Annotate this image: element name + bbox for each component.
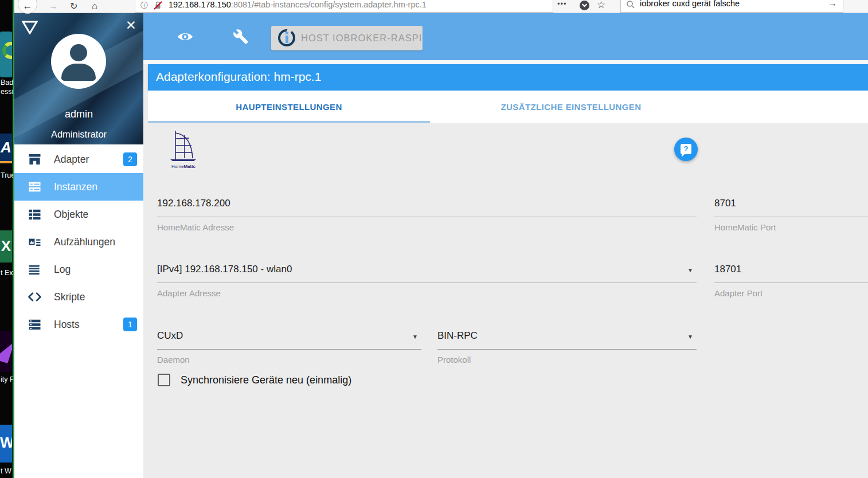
instances-icon bbox=[27, 181, 42, 193]
dialog-title-bar: Adapterkonfiguration: hm-rpc.1 bbox=[148, 64, 868, 91]
sidebar-item-label: Aufzählungen bbox=[54, 236, 115, 248]
sidebar-item-log[interactable]: Log bbox=[14, 256, 143, 283]
homematic-port-label: HomeMatic Port bbox=[714, 222, 868, 232]
avatar bbox=[51, 34, 106, 89]
code-icon bbox=[27, 291, 42, 303]
sidebar-item-hosts[interactable]: Hosts 1 bbox=[14, 311, 143, 338]
sync-arrows-glyph bbox=[2, 42, 12, 59]
protocol-value: BIN-RPC bbox=[437, 330, 697, 350]
sidebar-item-label: Objekte bbox=[54, 209, 88, 221]
pocket-icon[interactable] bbox=[580, 1, 589, 10]
homematic-address-field: HomeMatic Adresse bbox=[157, 198, 697, 232]
active-tab-indicator bbox=[148, 121, 430, 123]
homematic-address-label: HomeMatic Adresse bbox=[157, 222, 697, 232]
homematic-caption: HomeMatic bbox=[167, 164, 200, 169]
iobroker-logo-icon bbox=[278, 29, 295, 46]
adapter-count-badge: 2 bbox=[123, 152, 137, 166]
search-go-icon[interactable]: → bbox=[828, 0, 837, 9]
bookmark-star-icon[interactable]: ☆ bbox=[597, 0, 605, 11]
search-bar[interactable]: → bbox=[620, 0, 843, 13]
user-role: Administrator bbox=[14, 129, 143, 140]
sidebar-item-instanzen[interactable]: Instanzen bbox=[14, 173, 143, 201]
sidebar-item-skripte[interactable]: Skripte bbox=[14, 283, 143, 311]
insecure-lock-icon bbox=[154, 1, 162, 10]
help-button[interactable]: ? bbox=[674, 138, 698, 161]
url-bar[interactable]: ⓘ 192.168.178.150:8081/#tab-instances/co… bbox=[135, 0, 553, 13]
word-app-icon[interactable]: W bbox=[0, 425, 12, 463]
chevron-down-icon: ▼ bbox=[412, 334, 418, 340]
dialog-title: Adapterkonfiguration: hm-rpc.1 bbox=[156, 70, 321, 84]
daemon-value: CUxD bbox=[157, 330, 421, 350]
forward-button[interactable]: → bbox=[49, 0, 58, 13]
sidebar-header: ✕ admin Administrator bbox=[14, 13, 143, 144]
sidebar-item-label: Adapter bbox=[54, 154, 89, 166]
main-area: HOST IOBROKER-RASPI Adapterkonfiguration… bbox=[143, 13, 868, 478]
tab-bar: HAUPTEINSTELLUNGEN ZUSÄTZLICHE EINSTELLU… bbox=[148, 91, 868, 123]
sync-devices-label: Synchronisiere Geräte neu (einmalig) bbox=[181, 374, 351, 386]
url-text: 192.168.178.150:8081/#tab-instances/conf… bbox=[169, 0, 427, 9]
sync-devices-checkbox[interactable] bbox=[158, 374, 170, 386]
host-button-label: HOST IOBROKER-RASPI bbox=[301, 33, 422, 44]
adapter-port-input[interactable] bbox=[714, 264, 868, 283]
adapter-address-label: Adapter Adresse bbox=[157, 288, 697, 298]
homematic-port-field: HomeMatic Port bbox=[714, 198, 868, 232]
acronis-app-icon[interactable]: A bbox=[0, 134, 12, 163]
view-eye-icon[interactable] bbox=[177, 30, 194, 44]
app-header: HOST IOBROKER-RASPI bbox=[143, 13, 868, 60]
excel-app-icon[interactable]: X bbox=[0, 230, 12, 262]
page-actions-icon[interactable]: ••• bbox=[557, 0, 567, 8]
page-info-icon[interactable]: ⓘ bbox=[140, 1, 148, 11]
chevron-down-icon: ▼ bbox=[687, 334, 693, 340]
help-question-icon: ? bbox=[681, 144, 691, 154]
avatar-head-glyph bbox=[70, 44, 87, 61]
protocol-select[interactable]: BIN-RPC ▼ Protokoll bbox=[437, 330, 697, 365]
affinity-app-icon[interactable] bbox=[0, 331, 12, 372]
sidebar: ✕ admin Administrator Adapter 2 Instanze… bbox=[14, 13, 143, 478]
url-host: 192.168.178.150 bbox=[169, 0, 231, 9]
logo-triangle-icon bbox=[22, 21, 38, 34]
reload-button[interactable]: ↻ bbox=[70, 0, 77, 13]
adapter-port-label: Adapter Port bbox=[714, 288, 868, 298]
avatar-body-glyph bbox=[61, 64, 96, 81]
sidebar-item-objekte[interactable]: Objekte bbox=[14, 201, 143, 228]
daemon-label: Daemon bbox=[157, 355, 421, 365]
url-path: :8081/#tab-instances/config/system.adapt… bbox=[231, 0, 427, 9]
hosts-count-badge: 1 bbox=[123, 318, 137, 331]
header-gap bbox=[143, 60, 868, 64]
sync-devices-row: Synchronisiere Geräte neu (einmalig) bbox=[158, 374, 351, 386]
tab-haupteinstellungen[interactable]: HAUPTEINSTELLUNGEN bbox=[148, 91, 430, 123]
affinity-triangle-glyph bbox=[0, 337, 12, 363]
homematic-port-input[interactable] bbox=[714, 198, 868, 217]
log-icon bbox=[27, 264, 42, 275]
homematic-address-input[interactable] bbox=[157, 198, 697, 217]
homematic-logo: HomeMatic bbox=[167, 130, 200, 171]
sidebar-item-label: Skripte bbox=[54, 291, 85, 303]
adapter-address-select[interactable]: [IPv4] 192.168.178.150 - wlan0 ▼ Adapter… bbox=[157, 264, 697, 298]
sidebar-item-label: Instanzen bbox=[54, 181, 97, 193]
protocol-label: Protokoll bbox=[437, 355, 697, 365]
search-input[interactable] bbox=[640, 0, 818, 8]
homematic-sail-glyph bbox=[167, 130, 200, 164]
host-button[interactable]: HOST IOBROKER-RASPI bbox=[271, 26, 423, 50]
hosts-icon bbox=[27, 319, 42, 330]
object-list-icon bbox=[27, 209, 42, 220]
user-name: admin bbox=[14, 108, 143, 120]
home-button[interactable]: ⌂ bbox=[92, 0, 97, 13]
tab-zusaetzliche-einstellungen[interactable]: ZUSÄTZLICHE EINSTELLUNGEN bbox=[430, 91, 712, 123]
sidebar-menu: Adapter 2 Instanzen Objekte bbox=[14, 146, 143, 338]
daemon-select[interactable]: CUxD ▼ Daemon bbox=[157, 330, 421, 365]
sidebar-item-aufzaehlungen[interactable]: Aufzählungen bbox=[14, 228, 143, 256]
close-icon[interactable]: ✕ bbox=[126, 18, 136, 33]
search-icon bbox=[626, 0, 635, 9]
enums-icon bbox=[27, 236, 42, 248]
pocket-chevron-glyph bbox=[580, 1, 589, 10]
sync-app-icon[interactable] bbox=[0, 32, 12, 77]
screen: Bad essi A True X t Ex ity P W t W → ↻ ⌂… bbox=[0, 0, 868, 478]
wrench-icon[interactable] bbox=[233, 29, 249, 45]
sidebar-item-label: Hosts bbox=[54, 319, 80, 331]
chevron-down-icon: ▼ bbox=[687, 267, 693, 273]
desktop-edge: Bad essi A True X t Ex ity P W t W bbox=[0, 0, 14, 478]
sidebar-item-adapter[interactable]: Adapter 2 bbox=[14, 146, 143, 173]
sidebar-item-label: Log bbox=[54, 264, 71, 276]
adapter-address-value: [IPv4] 192.168.178.150 - wlan0 bbox=[157, 264, 697, 283]
